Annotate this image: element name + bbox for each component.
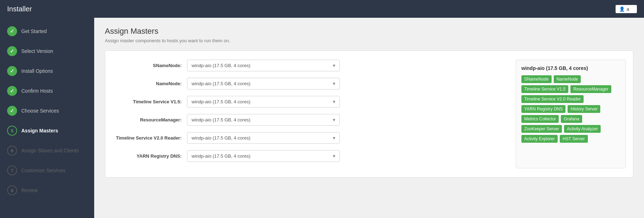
tag-zookeeper: ZooKeeper Server — [521, 125, 562, 133]
select-timeline-v1[interactable]: windp-aio (17.5 GB, 4 cores) — [187, 96, 340, 108]
assign-masters-form: SNameNode: windp-aio (17.5 GB, 4 cores) … — [112, 60, 509, 168]
select-wrapper-yarn-dns: windp-aio (17.5 GB, 4 cores) ▼ — [187, 150, 340, 162]
label-timeline-v2: Timeline Service V2.0 Reader: — [112, 135, 187, 141]
tag-metrics-collector: Metrics Collector — [521, 115, 559, 123]
tag-activity-analyzer: Activity Analyzer — [564, 125, 601, 133]
sidebar-label-4: Confirm Hosts — [21, 88, 53, 94]
select-wrapper-timeline-v1: windp-aio (17.5 GB, 4 cores) ▼ — [187, 96, 340, 108]
tag-activity-explorer: Activity Explorer — [521, 135, 558, 143]
content-body: SNameNode: windp-aio (17.5 GB, 4 cores) … — [105, 50, 633, 178]
tag-snamenode: SNameNode — [521, 75, 552, 83]
select-namenode[interactable]: windp-aio (17.5 GB, 4 cores) — [187, 78, 340, 89]
label-timeline-v1: Timeline Service V1.5: — [112, 99, 187, 104]
user-menu[interactable]: 👤 a — [616, 5, 637, 13]
label-yarn-dns: YARN Registry DNS: — [112, 153, 187, 159]
sidebar-label-5: Choose Services — [21, 108, 59, 114]
sidebar-label-7: Assign Slaves and Clients — [21, 148, 79, 153]
select-wrapper-resourcemanager: windp-aio (17.5 GB, 4 cores) ▼ — [187, 114, 340, 126]
tag-resourcemanager: ResourceManager — [570, 85, 611, 93]
label-namenode: NameNode: — [112, 81, 187, 86]
sidebar-item-customize-services: 7 Customize Services — [0, 160, 94, 180]
page-subtitle: Assign master components to hosts you wa… — [105, 38, 633, 43]
sidebar-item-assign-slaves: 6 Assign Slaves and Clients — [0, 141, 94, 160]
step-circle-6: 5 — [7, 126, 17, 136]
select-yarn-dns[interactable]: windp-aio (17.5 GB, 4 cores) — [187, 150, 340, 162]
form-row-namenode: NameNode: windp-aio (17.5 GB, 4 cores) ▼ — [112, 78, 509, 89]
page-title: Assign Masters — [105, 27, 633, 36]
step-circle-9: 8 — [7, 185, 17, 195]
app-header: Installer 👤 a — [0, 0, 644, 18]
sidebar-label-2: Select Version — [21, 48, 53, 54]
step-circle-7: 6 — [7, 146, 17, 156]
step-circle-8: 7 — [7, 165, 17, 175]
select-wrapper-timeline-v2: windp-aio (17.5 GB, 4 cores) ▼ — [187, 132, 340, 144]
step-circle-4: ✓ — [7, 86, 17, 96]
tag-grafana: Grafana — [561, 115, 582, 123]
tag-history-server: History Server — [568, 105, 600, 113]
main-content: Assign Masters Assign master components … — [94, 18, 644, 218]
form-row-snamenode: SNameNode: windp-aio (17.5 GB, 4 cores) … — [112, 60, 509, 71]
tag-hst-server: HST Server — [560, 135, 587, 143]
host-summary-title: windp-aio (17.5 GB, 4 cores) — [521, 65, 620, 71]
select-timeline-v2[interactable]: windp-aio (17.5 GB, 4 cores) — [187, 132, 340, 144]
select-wrapper-snamenode: windp-aio (17.5 GB, 4 cores) ▼ — [187, 60, 340, 71]
sidebar-item-install-options[interactable]: ✓ Install Options — [0, 61, 94, 81]
app-title: Installer — [7, 5, 32, 13]
tag-yarn-dns: YARN Registry DNS — [521, 105, 565, 113]
sidebar-item-select-version[interactable]: ✓ Select Version — [0, 41, 94, 61]
step-circle-2: ✓ — [7, 46, 17, 56]
user-label: a — [627, 6, 629, 12]
sidebar-label-8: Customize Services — [21, 168, 65, 173]
form-row-yarn-dns: YARN Registry DNS: windp-aio (17.5 GB, 4… — [112, 150, 509, 162]
label-resourcemanager: ResourceManager: — [112, 117, 187, 122]
label-snamenode: SNameNode: — [112, 63, 187, 68]
step-circle-1: ✓ — [7, 26, 17, 36]
step-circle-5: ✓ — [7, 106, 17, 116]
sidebar-item-review: 8 Review — [0, 180, 94, 200]
user-icon: 👤 — [619, 6, 625, 12]
tag-namenode: NameNode — [554, 75, 581, 83]
sidebar-item-choose-services[interactable]: ✓ Choose Services — [0, 101, 94, 121]
sidebar-label-9: Review — [21, 187, 38, 193]
sidebar: ✓ Get Started ✓ Select Version ✓ Install… — [0, 18, 94, 218]
sidebar-item-confirm-hosts[interactable]: ✓ Confirm Hosts — [0, 81, 94, 101]
tags-container: SNameNode NameNode Timeline Service V1.5… — [521, 75, 620, 143]
main-layout: ✓ Get Started ✓ Select Version ✓ Install… — [0, 18, 644, 218]
sidebar-label-6: Assign Masters — [21, 128, 58, 133]
step-circle-3: ✓ — [7, 66, 17, 76]
form-row-resourcemanager: ResourceManager: windp-aio (17.5 GB, 4 c… — [112, 114, 509, 126]
select-resourcemanager[interactable]: windp-aio (17.5 GB, 4 cores) — [187, 114, 340, 126]
form-row-timeline-v1: Timeline Service V1.5: windp-aio (17.5 G… — [112, 96, 509, 108]
select-snamenode[interactable]: windp-aio (17.5 GB, 4 cores) — [187, 60, 340, 71]
sidebar-label-3: Install Options — [21, 68, 53, 74]
page-header: Assign Masters Assign master components … — [105, 27, 633, 43]
select-wrapper-namenode: windp-aio (17.5 GB, 4 cores) ▼ — [187, 78, 340, 89]
tag-timeline-v2: Timeline Service V2.0 Reader — [521, 95, 584, 103]
sidebar-label-1: Get Started — [21, 28, 47, 34]
sidebar-item-assign-masters[interactable]: 5 Assign Masters — [0, 121, 94, 141]
tag-timeline-v1: Timeline Service V1.5 — [521, 85, 568, 93]
form-row-timeline-v2: Timeline Service V2.0 Reader: windp-aio … — [112, 132, 509, 144]
host-summary-panel: windp-aio (17.5 GB, 4 cores) SNameNode N… — [516, 60, 626, 168]
sidebar-item-get-started[interactable]: ✓ Get Started — [0, 21, 94, 41]
